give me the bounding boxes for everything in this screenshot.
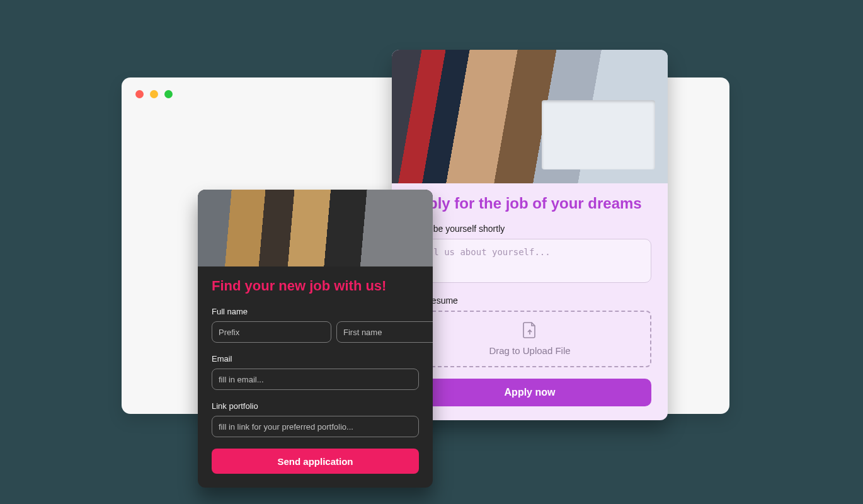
dropzone-text: Drag to Upload File	[489, 345, 570, 356]
resume-dropzone[interactable]: Drag to Upload File	[408, 311, 651, 367]
apply-now-button[interactable]: Apply now	[408, 379, 651, 406]
email-label: Email	[212, 354, 419, 364]
resume-label: Your resume	[408, 295, 651, 306]
job-form-card: Find your new job with us! Full name Ema…	[198, 190, 433, 488]
describe-label: Describe yourself shortly	[408, 224, 651, 234]
file-upload-icon	[523, 322, 537, 340]
window-minimize-icon[interactable]	[150, 90, 158, 98]
window-maximize-icon[interactable]	[164, 90, 173, 98]
traffic-lights	[135, 90, 173, 98]
prefix-input[interactable]	[212, 321, 331, 343]
first-name-input[interactable]	[336, 321, 433, 343]
portfolio-label: Link portfolio	[212, 401, 419, 411]
portfolio-input[interactable]	[212, 416, 419, 437]
apply-hero-image	[392, 50, 668, 183]
apply-form-card: Apply for the job of your dreams Describ…	[392, 50, 668, 420]
fullname-label: Full name	[212, 307, 419, 316]
send-application-button[interactable]: Send application	[212, 449, 419, 474]
apply-title: Apply for the job of your dreams	[408, 195, 651, 212]
job-title: Find your new job with us!	[212, 278, 419, 294]
describe-textarea[interactable]	[408, 239, 651, 283]
window-close-icon[interactable]	[135, 90, 144, 98]
job-hero-image	[198, 190, 433, 266]
email-input[interactable]	[212, 369, 419, 390]
